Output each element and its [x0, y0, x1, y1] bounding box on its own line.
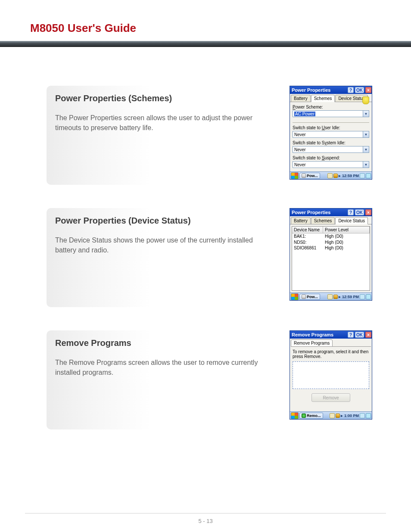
- tab-device-status[interactable]: Device Status: [335, 217, 368, 224]
- window-title-text: Power Properties: [292, 210, 330, 215]
- window-titlebar: Remove Programs ? OK ×: [290, 331, 372, 339]
- screenshot-device-status: Power Properties ? OK × Battery Schemes …: [290, 208, 372, 307]
- desktop-tray-icon[interactable]: [366, 294, 371, 299]
- column-header-power-level[interactable]: Power Level: [323, 227, 370, 233]
- taskbar-app-button[interactable]: Pow...: [299, 294, 320, 300]
- close-button[interactable]: ×: [365, 209, 371, 215]
- tab-schemes[interactable]: Schemes: [311, 95, 335, 102]
- start-button[interactable]: [291, 412, 299, 419]
- keyboard-tray-icon[interactable]: [360, 413, 365, 418]
- page-number: 5 - 13: [0, 518, 411, 524]
- user-idle-dropdown[interactable]: Never▼: [293, 131, 369, 138]
- programs-list[interactable]: [293, 361, 369, 389]
- user-idle-label: Switch state to User Idle:: [293, 125, 369, 130]
- keyboard-tray-icon[interactable]: [360, 294, 365, 299]
- network-tray-icon[interactable]: [327, 294, 333, 299]
- tab-remove-programs[interactable]: Remove Programs: [291, 339, 333, 347]
- section-body: The Power Properties screen allows the u…: [55, 113, 274, 133]
- start-button[interactable]: [291, 293, 299, 300]
- security-tray-icon[interactable]: [336, 414, 340, 418]
- device-status-table: Device Name Power Level BAK1:High (D0) N…: [292, 226, 370, 291]
- taskbar-time: ▸ 12:59 PM: [339, 174, 359, 178]
- security-tray-icon[interactable]: [333, 174, 338, 178]
- taskbar-time: ▸ 12:59 PM: [339, 295, 359, 299]
- suspend-label: Switch state to Suspend:: [293, 156, 369, 160]
- section-title: Power Properties (Schemes): [55, 93, 274, 103]
- keyboard-tray-icon[interactable]: [360, 173, 365, 178]
- security-tray-icon[interactable]: [333, 295, 338, 299]
- desktop-tray-icon[interactable]: [366, 173, 371, 178]
- plug-icon: [362, 96, 369, 104]
- remove-button[interactable]: Remove: [311, 393, 350, 402]
- network-tray-icon[interactable]: [330, 413, 335, 418]
- ok-button[interactable]: OK: [355, 87, 364, 93]
- page-title: M8050 User's Guide: [30, 22, 411, 35]
- screenshot-remove-programs: Remove Programs ? OK × Remove Programs T…: [290, 330, 372, 429]
- suspend-dropdown[interactable]: Never▼: [293, 161, 369, 168]
- start-button[interactable]: [291, 172, 299, 179]
- system-idle-label: Switch state to System Idle:: [293, 140, 369, 145]
- tab-battery[interactable]: Battery: [291, 217, 311, 224]
- section-body: The Device Status shows the power use of…: [55, 235, 274, 255]
- chevron-down-icon: ▼: [363, 162, 369, 168]
- section-remove-programs: Remove Programs The Remove Programs scre…: [47, 330, 278, 429]
- taskbar-app-button[interactable]: Remo...: [299, 413, 323, 419]
- remove-programs-icon: [302, 414, 306, 418]
- chevron-down-icon: ▼: [363, 131, 369, 137]
- power-icon: [302, 174, 306, 178]
- desktop-tray-icon[interactable]: [366, 413, 371, 418]
- close-button[interactable]: ×: [365, 332, 371, 338]
- table-row[interactable]: SDIO86861High (D0): [292, 245, 370, 251]
- help-button[interactable]: ?: [348, 87, 354, 93]
- column-header-device-name[interactable]: Device Name: [292, 227, 323, 233]
- table-row[interactable]: NDS0:High (D0): [292, 240, 370, 246]
- taskbar-app-button[interactable]: Pow...: [299, 173, 320, 179]
- window-titlebar: Power Properties ? OK ×: [290, 86, 372, 94]
- window-title-text: Power Properties: [292, 87, 330, 93]
- power-icon: [302, 295, 306, 299]
- section-title: Power Properties (Device Status): [55, 216, 274, 226]
- ok-button[interactable]: OK: [355, 209, 364, 215]
- window-titlebar: Power Properties ? OK ×: [290, 208, 372, 216]
- section-body: The Remove Programs screen allows the us…: [55, 358, 274, 377]
- tab-schemes[interactable]: Schemes: [311, 217, 335, 224]
- section-device-status: Power Properties (Device Status) The Dev…: [47, 208, 278, 307]
- window-title-text: Remove Programs: [292, 332, 333, 337]
- power-scheme-label: Power Scheme:: [293, 105, 369, 109]
- chevron-down-icon: ▼: [363, 111, 369, 117]
- table-row[interactable]: BAK1:High (D0): [292, 233, 370, 240]
- system-idle-dropdown[interactable]: Never▼: [293, 146, 369, 153]
- network-tray-icon[interactable]: [327, 173, 333, 178]
- close-button[interactable]: ×: [365, 87, 371, 93]
- remove-instruction-text: To remove a program, select it and then …: [293, 349, 369, 359]
- taskbar-time: ▸ 1:00 PM: [341, 414, 359, 418]
- help-button[interactable]: ?: [348, 332, 354, 338]
- tab-battery[interactable]: Battery: [291, 95, 311, 102]
- ok-button[interactable]: OK: [355, 332, 364, 338]
- section-schemes: Power Properties (Schemes) The Power Pro…: [47, 86, 278, 185]
- header-divider-bar: [0, 41, 411, 47]
- chevron-down-icon: ▼: [363, 146, 369, 152]
- section-title: Remove Programs: [55, 338, 274, 348]
- help-button[interactable]: ?: [348, 209, 354, 215]
- power-scheme-dropdown[interactable]: AC Power ▼: [293, 110, 369, 117]
- screenshot-schemes: Power Properties ? OK × Battery Schemes …: [290, 86, 372, 185]
